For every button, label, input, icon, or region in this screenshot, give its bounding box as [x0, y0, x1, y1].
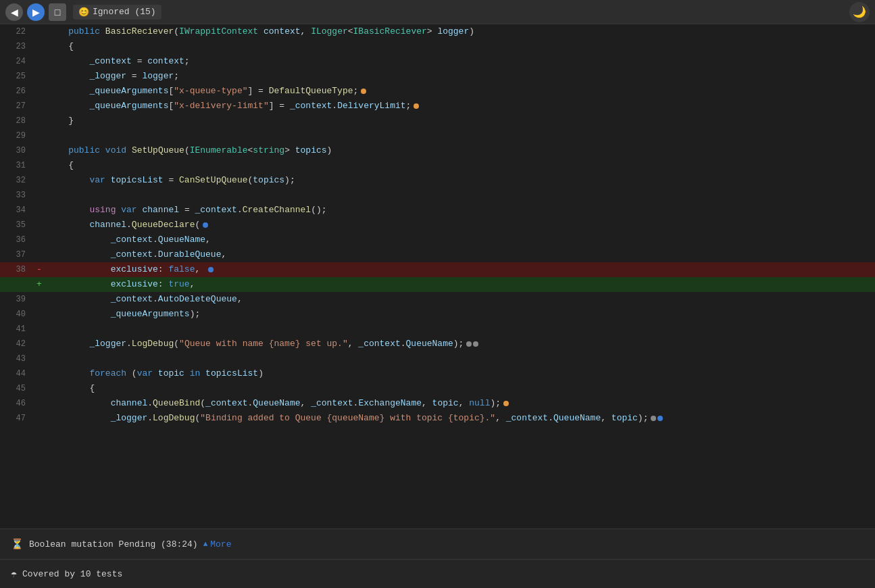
- coverage-emoji: ☂: [11, 568, 17, 581]
- code-line-23: 23 {: [0, 39, 875, 54]
- code-line-43: 43: [0, 351, 875, 366]
- theme-toggle-button[interactable]: 🌙: [849, 2, 870, 22]
- code-line-24: 24 _context = context;: [0, 54, 875, 69]
- code-content: public BasicReciever(IWrappitContext con…: [45, 24, 875, 39]
- code-editor: 22 public BasicReciever(IWrappitContext …: [0, 24, 875, 529]
- back-icon: ◀: [11, 7, 18, 18]
- top-bar: ◀ ▶ □ 😊 Ignored (15) 🌙: [0, 0, 875, 24]
- code-line-38-deleted: 38 - exclusive: false,: [0, 262, 875, 277]
- mutation-text: Boolean mutation Pending (38:24): [29, 539, 198, 549]
- code-line-25: 25 _logger = logger;: [0, 69, 875, 84]
- square-button[interactable]: □: [49, 3, 66, 21]
- code-line-29: 29: [0, 128, 875, 143]
- bottom-bar: ⏳ Boolean mutation Pending (38:24) ▲ Mor…: [0, 529, 875, 588]
- code-line-35: 35 channel.QueueDeclare(: [0, 218, 875, 232]
- theme-icon: 🌙: [853, 5, 866, 18]
- coverage-status-line: ☂ Covered by 10 tests: [0, 559, 875, 588]
- code-line-32: 32 var topicsList = CanSetUpQueue(topics…: [0, 173, 875, 188]
- code-line-26: 26 _queueArguments["x-queue-type"] = Def…: [0, 84, 875, 99]
- code-line-37: 37 _context.DurableQueue,: [0, 247, 875, 262]
- code-line-42: 42 _logger.LogDebug("Queue with name {na…: [0, 337, 875, 351]
- back-button[interactable]: ◀: [5, 3, 23, 21]
- code-line-40: 40 _queueArguments);: [0, 307, 875, 322]
- more-link[interactable]: ▲ More: [203, 539, 232, 549]
- code-line-41: 41: [0, 322, 875, 337]
- code-line-30: 30 public void SetUpQueue(IEnumerable<st…: [0, 143, 875, 158]
- ignored-badge[interactable]: 😊 Ignored (15): [73, 5, 161, 20]
- code-line-45: 45 {: [0, 381, 875, 396]
- line-number: 22: [0, 24, 34, 39]
- code-line-33: 33: [0, 188, 875, 203]
- mutation-status-line: ⏳ Boolean mutation Pending (38:24) ▲ Mor…: [0, 529, 875, 559]
- forward-button[interactable]: ▶: [27, 3, 45, 21]
- more-label: More: [210, 539, 231, 549]
- code-line-44: 44 foreach (var topic in topicsList): [0, 366, 875, 381]
- code-line-31: 31 {: [0, 158, 875, 173]
- square-icon: □: [55, 7, 60, 18]
- ignored-label: Ignored (15): [93, 7, 156, 17]
- code-line-47: 47 _logger.LogDebug("Binding added to Qu…: [0, 411, 875, 426]
- mutation-emoji: ⏳: [11, 538, 24, 551]
- code-line-34: 34 using var channel = _context.CreateCh…: [0, 203, 875, 218]
- triangle-icon: ▲: [203, 540, 208, 548]
- code-line-46: 46 channel.QueueBind(_context.QueueName,…: [0, 396, 875, 411]
- code-line-27: 27 _queueArguments["x-delivery-limit"] =…: [0, 99, 875, 114]
- code-line-28: 28 }: [0, 114, 875, 128]
- code-line-22: 22 public BasicReciever(IWrappitContext …: [0, 24, 875, 39]
- coverage-text: Covered by 10 tests: [22, 569, 122, 579]
- ignored-emoji: 😊: [78, 7, 89, 18]
- code-line-added: + exclusive: true,: [0, 277, 875, 292]
- forward-icon: ▶: [32, 7, 40, 18]
- code-line-36: 36 _context.QueueName,: [0, 232, 875, 247]
- code-line-39: 39 _context.AutoDeleteQueue,: [0, 292, 875, 307]
